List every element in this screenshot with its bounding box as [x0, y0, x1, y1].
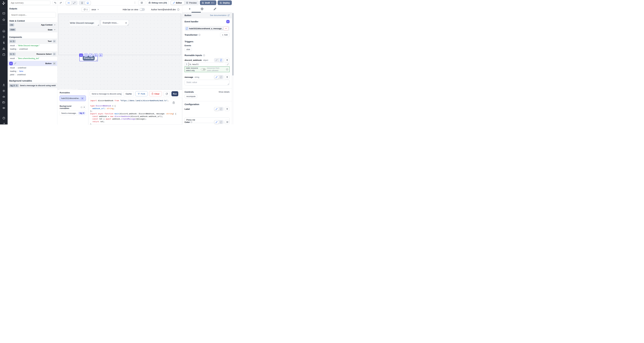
- bg0-row[interactable]: bg_0 Send a message to discord using web…: [8, 83, 58, 88]
- play-icon[interactable]: [2, 36, 5, 38]
- tab-preview[interactable]: Preview: [184, 1, 198, 5]
- plug-button[interactable]: [225, 58, 230, 62]
- boxes-icon[interactable]: [2, 47, 5, 50]
- calendar-icon[interactable]: [2, 53, 5, 56]
- show-details-link[interactable]: Show details: [218, 91, 230, 93]
- pencil-icon[interactable]: [14, 62, 17, 65]
- info-icon[interactable]: [198, 34, 200, 36]
- state-row[interactable]: state State: [8, 27, 58, 32]
- debug-runs-button[interactable]: Debug runs (23): [147, 0, 168, 5]
- connect-mode-button[interactable]: f: [219, 107, 223, 111]
- collapse-button[interactable]: [53, 52, 56, 56]
- component-row-b[interactable]: b Resource Select: [8, 52, 58, 57]
- refresh-count-button[interactable]: 1: [82, 7, 90, 12]
- connect-mode-button[interactable]: f: [219, 76, 223, 79]
- draft-button[interactable]: Draft ⌘S: [200, 0, 216, 5]
- plug-button[interactable]: [225, 75, 230, 79]
- info-icon[interactable]: [203, 54, 205, 56]
- kebab-icon[interactable]: [134, 1, 136, 4]
- frequency-dropdown[interactable]: once: [92, 7, 99, 12]
- dollar-icon[interactable]: [2, 42, 5, 44]
- add-bg-runnable-button[interactable]: +: [82, 105, 86, 109]
- anchor-button[interactable]: [94, 54, 98, 57]
- event-handler-item[interactable]: f hub/1511/discord/send_a_message_... ×: [184, 26, 230, 31]
- static-mode-button[interactable]: [214, 107, 219, 111]
- windmill-logo[interactable]: [2, 1, 6, 5]
- plug-button[interactable]: [225, 107, 230, 111]
- see-documentation-link[interactable]: See documentation: [210, 14, 230, 16]
- clear-select-icon[interactable]: ×: [125, 22, 127, 24]
- text-component[interactable]: Write Discord message:: [70, 20, 99, 26]
- ctx-row[interactable]: ctx App Context: [8, 22, 58, 27]
- connect-mode-button[interactable]: f: [219, 120, 223, 124]
- run-button[interactable]: Run: [172, 91, 178, 96]
- tab-insert-plus-icon[interactable]: +: [189, 7, 191, 10]
- static-mode-button[interactable]: [214, 58, 219, 62]
- star-icon[interactable]: [2, 18, 5, 21]
- maximize-button[interactable]: [72, 1, 77, 5]
- docs-button[interactable]: [138, 0, 145, 5]
- info-icon[interactable]: [80, 106, 82, 108]
- scrollbar-track[interactable]: [232, 12, 234, 124]
- redo-button[interactable]: [58, 1, 63, 5]
- static-mode-button[interactable]: [214, 76, 219, 79]
- align-center-button[interactable]: [66, 1, 72, 5]
- resource-select-component[interactable]: Example resou... ×: [101, 20, 129, 26]
- resize-handle[interactable]: [96, 59, 97, 60]
- undo-button[interactable]: [52, 1, 58, 5]
- clear-button[interactable]: Clear: [149, 91, 162, 96]
- recompute-chip[interactable]: recompute: [184, 94, 197, 98]
- textarea-resize-grip[interactable]: [228, 84, 229, 85]
- boards-icon[interactable]: [2, 12, 5, 15]
- add-transformer-button[interactable]: +Add: [220, 33, 230, 37]
- connect-mode-button[interactable]: f: [219, 58, 223, 62]
- app-summary-input[interactable]: [9, 0, 50, 5]
- tab-editor[interactable]: Editor: [171, 1, 184, 5]
- search-outputs-input[interactable]: [9, 12, 56, 18]
- plug-button[interactable]: [225, 120, 230, 124]
- cache-button[interactable]: Cache: [124, 91, 134, 96]
- move-button[interactable]: [99, 54, 102, 57]
- collapse-button[interactable]: [53, 40, 56, 43]
- user-icon[interactable]: [2, 84, 5, 86]
- resize-handle[interactable]: [98, 24, 99, 26]
- component-row-c[interactable]: c Button: [8, 61, 58, 66]
- refresh-script-button[interactable]: [164, 91, 170, 96]
- desktop-button[interactable]: [85, 1, 91, 5]
- folder-icon[interactable]: [2, 101, 5, 104]
- resize-handle[interactable]: [127, 24, 128, 25]
- input-expression-editor[interactable]: 1 b.result: [184, 62, 230, 66]
- canvas[interactable]: Write Discord message: Example resou... …: [58, 14, 182, 90]
- component-row-a[interactable]: a Text: [8, 38, 58, 44]
- runnable-item-selected[interactable]: hub/1511/discord/se... c: [60, 96, 86, 101]
- message-value-textarea[interactable]: Static value: [184, 80, 230, 86]
- robot-icon[interactable]: [2, 95, 5, 98]
- tab-component-settings[interactable]: [200, 7, 204, 10]
- expand-editor-button[interactable]: [226, 62, 230, 66]
- event-click-chip[interactable]: click: [184, 48, 192, 51]
- remove-handler-button[interactable]: ×: [224, 26, 228, 30]
- chevron-down-icon[interactable]: [54, 28, 56, 31]
- deploy-button[interactable]: Deploy: [218, 0, 232, 5]
- scrollbar-thumb[interactable]: [232, 13, 234, 76]
- info-icon[interactable]: [190, 121, 192, 123]
- arrow-right-icon[interactable]: [2, 122, 5, 124]
- script-title-button[interactable]: Send a message to discord using: [90, 91, 122, 96]
- resources-from-users-toggle[interactable]: [201, 68, 206, 71]
- static-mode-button[interactable]: [214, 120, 219, 124]
- help-icon[interactable]: [2, 117, 5, 120]
- info-icon[interactable]: [226, 68, 228, 70]
- home-icon[interactable]: [2, 30, 5, 32]
- expand-down-button[interactable]: [84, 54, 88, 57]
- clipboard-icon[interactable]: [172, 102, 175, 104]
- gear-icon[interactable]: [2, 90, 5, 92]
- collapse-button[interactable]: [53, 62, 56, 65]
- hide-bar-toggle[interactable]: [140, 8, 145, 11]
- audit-eye-icon[interactable]: [2, 106, 5, 110]
- fork-button[interactable]: Fork: [135, 91, 148, 96]
- chevron-down-icon[interactable]: [54, 24, 56, 26]
- fullscreen-button[interactable]: [89, 54, 93, 57]
- info-icon[interactable]: [177, 8, 180, 11]
- bg-runnable-item[interactable]: Send a message... bg_0: [60, 110, 87, 116]
- smartphone-button[interactable]: [79, 1, 85, 5]
